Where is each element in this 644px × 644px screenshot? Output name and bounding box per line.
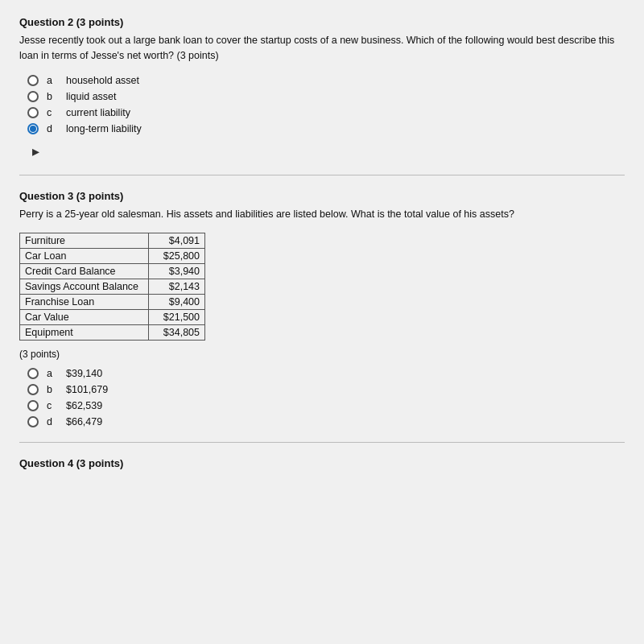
cursor-indicator: ▸ [32, 142, 625, 160]
option-3-c[interactable]: c $62,539 [27, 400, 625, 411]
question-4-header: Question 4 (3 points) [19, 457, 625, 469]
table-cell-value: $4,091 [149, 233, 205, 249]
table-cell-value: $2,143 [149, 279, 205, 295]
table-row: Savings Account Balance$2,143 [20, 279, 205, 295]
option-2-d[interactable]: d long-term liability [27, 123, 625, 134]
option-letter-3-b: b [47, 384, 58, 395]
table-row: Furniture$4,091 [20, 233, 205, 249]
table-cell-label: Car Value [20, 310, 149, 325]
option-2-b[interactable]: b liquid asset [27, 91, 625, 102]
table-row: Car Loan$25,800 [20, 249, 205, 264]
option-2-c[interactable]: c current liability [27, 107, 625, 118]
question-2: Question 2 (3 points) Jesse recently too… [19, 16, 625, 160]
option-letter-2-a: a [47, 75, 58, 86]
table-cell-value: $21,500 [149, 310, 205, 325]
option-2-a[interactable]: a household asset [27, 75, 625, 86]
option-letter-2-c: c [47, 107, 58, 118]
question-3: Question 3 (3 points) Perry is a 25-year… [19, 190, 625, 428]
option-text-2-c: current liability [66, 107, 130, 118]
table-row: Car Value$21,500 [20, 310, 205, 325]
radio-3-d[interactable] [27, 416, 39, 427]
option-letter-3-a: a [47, 368, 58, 379]
radio-2-c[interactable] [27, 107, 39, 118]
radio-2-a[interactable] [27, 75, 39, 86]
option-text-3-a: $39,140 [66, 368, 102, 379]
table-row: Franchise Loan$9,400 [20, 295, 205, 310]
question-2-text: Jesse recently took out a large bank loa… [19, 33, 615, 64]
assets-table: Furniture$4,091Car Loan$25,800Credit Car… [19, 233, 205, 341]
option-text-3-c: $62,539 [66, 400, 102, 411]
table-cell-label: Savings Account Balance [20, 279, 149, 295]
radio-3-c[interactable] [27, 400, 39, 411]
question-2-options: a household asset b liquid asset c curre… [27, 75, 625, 134]
question-3-options: a $39,140 b $101,679 c $62,539 d $66,479 [27, 368, 625, 427]
question-3-text: Perry is a 25-year old salesman. His ass… [19, 207, 615, 222]
option-text-3-b: $101,679 [66, 384, 108, 395]
question-2-header: Question 2 (3 points) [19, 16, 625, 28]
option-letter-3-c: c [47, 400, 58, 411]
table-cell-value: $9,400 [149, 295, 205, 310]
radio-2-d[interactable] [27, 123, 39, 134]
option-letter-2-d: d [47, 123, 58, 134]
question-divider-2-3 [19, 175, 625, 175]
option-letter-2-b: b [47, 91, 58, 102]
question-3-header: Question 3 (3 points) [19, 190, 625, 202]
option-letter-3-d: d [47, 416, 58, 427]
table-cell-label: Equipment [20, 325, 149, 341]
table-cell-value: $3,940 [149, 264, 205, 279]
option-text-2-a: household asset [66, 75, 139, 86]
option-text-2-d: long-term liability [66, 123, 142, 134]
option-text-2-b: liquid asset [66, 91, 117, 102]
option-3-d[interactable]: d $66,479 [27, 416, 625, 427]
table-cell-value: $34,805 [149, 325, 205, 341]
assets-table-wrapper: Furniture$4,091Car Loan$25,800Credit Car… [19, 233, 625, 341]
option-3-b[interactable]: b $101,679 [27, 384, 625, 395]
table-cell-label: Furniture [20, 233, 149, 249]
question-divider-3-4 [19, 442, 625, 443]
table-cell-value: $25,800 [149, 249, 205, 264]
question-4: Question 4 (3 points) [19, 457, 625, 469]
option-3-a[interactable]: a $39,140 [27, 368, 625, 379]
table-cell-label: Car Loan [20, 249, 149, 264]
option-text-3-d: $66,479 [66, 416, 102, 427]
radio-2-b[interactable] [27, 91, 39, 102]
table-row: Credit Card Balance$3,940 [20, 264, 205, 279]
radio-3-a[interactable] [27, 368, 39, 379]
question-3-points-label: (3 points) [19, 349, 625, 360]
table-cell-label: Franchise Loan [20, 295, 149, 310]
table-row: Equipment$34,805 [20, 325, 205, 341]
radio-3-b[interactable] [27, 384, 39, 395]
table-cell-label: Credit Card Balance [20, 264, 149, 279]
page: Question 2 (3 points) Jesse recently too… [0, 0, 644, 644]
